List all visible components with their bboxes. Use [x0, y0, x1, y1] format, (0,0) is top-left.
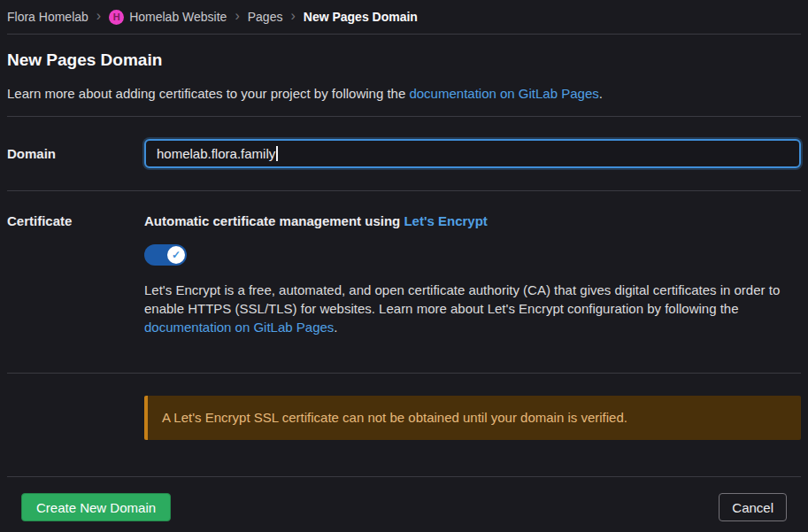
breadcrumb-pages-link[interactable]: Pages [248, 10, 283, 24]
new-pages-domain-page: Flora Homelab › H Homelab Website › Page… [0, 0, 808, 532]
breadcrumb-project-link[interactable]: H Homelab Website [109, 10, 227, 25]
domain-input[interactable]: homelab.flora.family [144, 139, 801, 168]
domain-form-row: Domain homelab.flora.family [7, 117, 801, 190]
breadcrumb: Flora Homelab › H Homelab Website › Page… [0, 0, 808, 34]
lets-encrypt-link[interactable]: Let's Encrypt [404, 213, 487, 228]
form-actions: Create New Domain Cancel [7, 477, 801, 521]
cancel-button[interactable]: Cancel [719, 493, 787, 521]
page-intro: Learn more about adding certificates to … [7, 85, 801, 103]
section-divider [7, 373, 801, 374]
certificate-form-row: Certificate Automatic certificate manage… [7, 191, 801, 373]
breadcrumb-divider [7, 34, 801, 35]
breadcrumb-current-page: New Pages Domain [304, 10, 418, 24]
text-cursor [276, 146, 278, 161]
warning-alert-message: A Let's Encrypt SSL certificate can not … [162, 410, 627, 425]
chevron-right-icon: › [290, 9, 295, 25]
lets-encrypt-description-text: Let's Encrypt is a free, automated, and … [144, 282, 780, 316]
certificate-label: Certificate [7, 212, 144, 230]
domain-label: Domain [7, 145, 144, 163]
lets-encrypt-description: Let's Encrypt is a free, automated, and … [144, 281, 801, 336]
auto-certificate-heading: Automatic certificate management using L… [144, 212, 801, 230]
create-new-domain-button[interactable]: Create New Domain [21, 493, 171, 521]
check-icon: ✓ [172, 249, 181, 261]
page-title: New Pages Domain [7, 50, 801, 71]
auto-certificate-heading-text: Automatic certificate management using [144, 213, 404, 228]
alert-row: A Let's Encrypt SSL certificate can not … [144, 396, 801, 440]
page-intro-suffix: . [599, 86, 603, 101]
chevron-right-icon: › [96, 9, 101, 25]
page-content: New Pages Domain Learn more about adding… [0, 50, 808, 521]
warning-alert: A Let's Encrypt SSL certificate can not … [144, 396, 801, 440]
auto-certificate-toggle[interactable]: ✓ [144, 244, 187, 266]
project-avatar: H [109, 10, 124, 25]
toggle-knob: ✓ [167, 246, 185, 264]
breadcrumb-group-link[interactable]: Flora Homelab [7, 10, 88, 24]
docs-gitlab-pages-link[interactable]: documentation on GitLab Pages [409, 86, 598, 101]
lets-encrypt-description-suffix: . [334, 320, 337, 335]
docs-gitlab-pages-link[interactable]: documentation on GitLab Pages [144, 320, 334, 335]
breadcrumb-project-label: Homelab Website [129, 10, 227, 24]
page-intro-text: Learn more about adding certificates to … [7, 86, 409, 101]
domain-input-value: homelab.flora.family [157, 146, 275, 161]
chevron-right-icon: › [235, 9, 239, 25]
